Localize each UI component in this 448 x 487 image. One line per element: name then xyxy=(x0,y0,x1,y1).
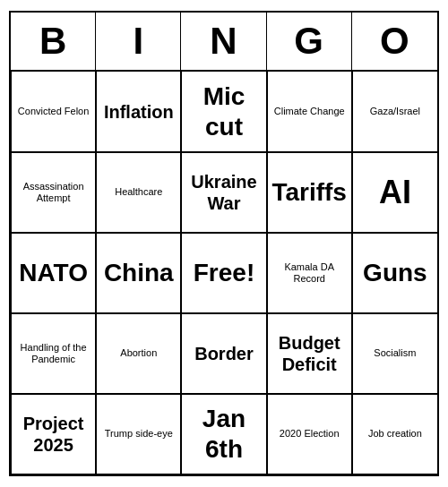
bingo-cell-6[interactable]: Healthcare xyxy=(96,152,181,233)
bingo-cell-16[interactable]: Abortion xyxy=(96,313,181,394)
bingo-cell-0[interactable]: Convicted Felon xyxy=(11,72,96,152)
bingo-cell-17[interactable]: Border xyxy=(181,313,266,394)
bingo-cell-23[interactable]: 2020 Election xyxy=(267,394,352,474)
bingo-letter-o: O xyxy=(352,13,437,70)
bingo-cell-3[interactable]: Climate Change xyxy=(267,72,352,152)
bingo-cell-22[interactable]: Jan 6th xyxy=(181,394,266,474)
bingo-cell-14[interactable]: Guns xyxy=(352,233,437,313)
bingo-cell-4[interactable]: Gaza/Israel xyxy=(352,72,437,152)
bingo-cell-9[interactable]: AI xyxy=(352,152,437,233)
bingo-cell-2[interactable]: Mic cut xyxy=(181,72,266,152)
bingo-cell-21[interactable]: Trump side-eye xyxy=(96,394,181,474)
bingo-cell-12[interactable]: Free! xyxy=(181,233,266,313)
bingo-cell-20[interactable]: Project 2025 xyxy=(11,394,96,474)
bingo-letter-n: N xyxy=(181,13,266,70)
bingo-cell-1[interactable]: Inflation xyxy=(96,72,181,152)
bingo-cell-15[interactable]: Handling of the Pandemic xyxy=(11,313,96,394)
bingo-letter-g: G xyxy=(267,13,352,70)
bingo-header: BINGO xyxy=(11,13,437,72)
bingo-cell-8[interactable]: Tariffs xyxy=(267,152,352,233)
bingo-grid: Convicted FelonInflationMic cutClimate C… xyxy=(11,72,437,474)
bingo-cell-18[interactable]: Budget Deficit xyxy=(267,313,352,394)
bingo-cell-10[interactable]: NATO xyxy=(11,233,96,313)
bingo-cell-13[interactable]: Kamala DA Record xyxy=(267,233,352,313)
bingo-cell-19[interactable]: Socialism xyxy=(352,313,437,394)
bingo-cell-7[interactable]: Ukraine War xyxy=(181,152,266,233)
bingo-card: BINGO Convicted FelonInflationMic cutCli… xyxy=(9,11,439,476)
bingo-letter-i: I xyxy=(96,13,181,70)
bingo-cell-24[interactable]: Job creation xyxy=(352,394,437,474)
bingo-cell-5[interactable]: Assassination Attempt xyxy=(11,152,96,233)
bingo-letter-b: B xyxy=(11,13,96,70)
bingo-cell-11[interactable]: China xyxy=(96,233,181,313)
